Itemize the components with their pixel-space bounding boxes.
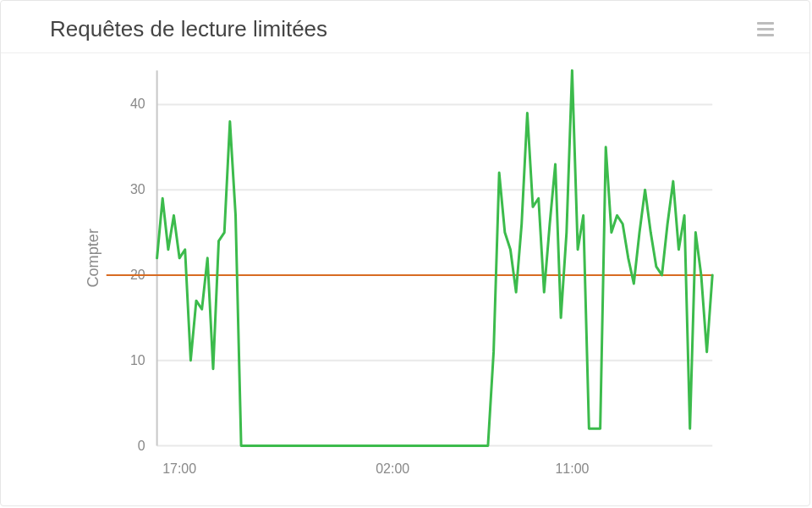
y-tick-label: 10 [130,352,145,367]
y-tick-label: 0 [138,437,145,452]
card-header: Requêtes de lecture limitées [1,1,809,53]
x-tick-label: 17:00 [162,461,196,476]
chart-plot-area: 010203040Compter17:0002:0011:00 [1,53,809,505]
y-axis-label: Compter [85,229,102,287]
x-tick-label: 02:00 [376,461,409,476]
y-tick-label: 40 [130,96,145,111]
chart-title: Requêtes de lecture limitées [50,16,327,42]
hamburger-icon[interactable] [754,19,777,40]
chart-card: Requêtes de lecture limitées 010203040Co… [0,0,810,506]
chart-svg: 010203040Compter17:0002:0011:00 [1,53,809,505]
y-tick-label: 30 [130,181,145,196]
data-series-line [157,70,713,445]
x-tick-label: 11:00 [555,461,589,476]
